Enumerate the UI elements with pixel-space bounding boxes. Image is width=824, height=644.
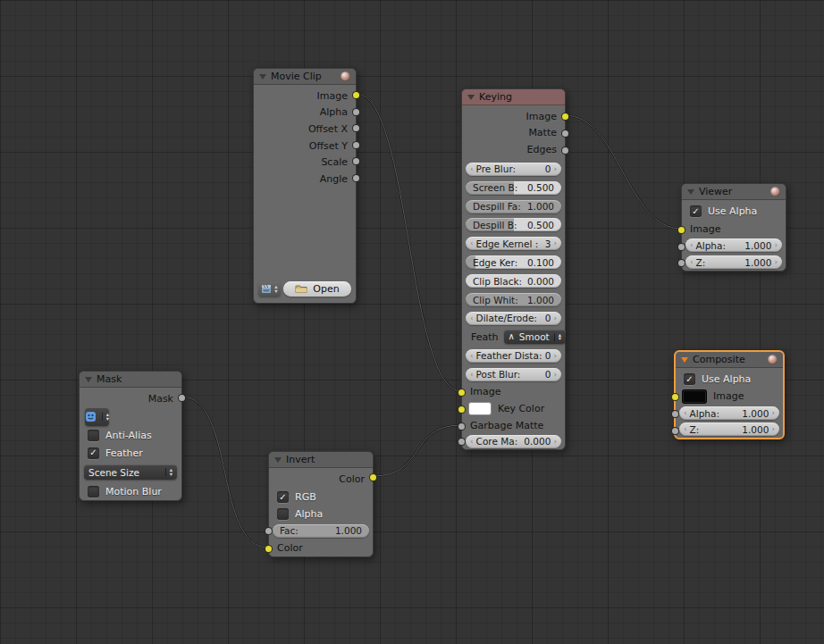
socket-movieclip-scale-output[interactable] bbox=[352, 157, 360, 165]
id-stepper-arrows-icon[interactable]: ▴▾ bbox=[102, 413, 109, 421]
input-label: Color bbox=[277, 542, 303, 554]
rgb-checkbox[interactable] bbox=[277, 491, 289, 503]
dropdown-stepper-arrows-icon[interactable]: ▴▾ bbox=[554, 333, 561, 341]
socket-keying-edges-output[interactable] bbox=[561, 146, 569, 155]
socket-composite-image-input[interactable] bbox=[671, 393, 679, 401]
feather-distance-field[interactable]: ‹Feather Dista:0› bbox=[466, 349, 561, 363]
output-label: Scale bbox=[321, 156, 348, 168]
socket-movieclip-offset-y-output[interactable] bbox=[352, 141, 360, 149]
socket-keying-matte-output[interactable] bbox=[561, 130, 569, 138]
socket-mask-output[interactable] bbox=[178, 394, 186, 402]
node-movie-clip[interactable]: Movie Clip Image Alpha Offset X Offset Y… bbox=[253, 68, 357, 304]
use-alpha-row: Use Alpha bbox=[682, 203, 786, 221]
collapse-arrow-icon[interactable] bbox=[467, 95, 475, 100]
socket-movieclip-image-output[interactable] bbox=[352, 91, 360, 99]
keying-header[interactable]: Keying bbox=[462, 89, 565, 105]
movie-clip-header[interactable]: Movie Clip bbox=[254, 69, 356, 85]
input-label: Image bbox=[470, 386, 500, 397]
invert-header[interactable]: Invert bbox=[269, 452, 373, 468]
node-title: Composite bbox=[693, 354, 745, 365]
node-title: Viewer bbox=[699, 186, 732, 197]
output-row-angle: Angle bbox=[254, 171, 356, 188]
mask-icon bbox=[85, 411, 97, 422]
fac-slider[interactable]: Fac:1.000 bbox=[273, 524, 369, 538]
node-invert[interactable]: Invert Color RGB Alpha Fac:1.000 Color bbox=[268, 451, 374, 557]
feather-falloff-value: Smoot bbox=[519, 331, 550, 342]
socket-movieclip-offset-x-output[interactable] bbox=[352, 124, 360, 132]
collapse-arrow-icon[interactable] bbox=[274, 457, 282, 463]
mask-header[interactable]: Mask bbox=[80, 372, 181, 388]
use-alpha-checkbox[interactable] bbox=[684, 373, 695, 385]
socket-movieclip-angle-output[interactable] bbox=[352, 174, 360, 182]
socket-viewer-z-input[interactable] bbox=[677, 259, 685, 267]
despill-factor-slider[interactable]: Despill Fa:1.000 bbox=[466, 200, 561, 213]
node-keying[interactable]: Keying Image Matte Edges ‹Pre Blur:0› Sc… bbox=[461, 88, 566, 450]
node-title: Movie Clip bbox=[271, 71, 322, 82]
open-button-label: Open bbox=[313, 283, 339, 295]
open-button[interactable]: Open bbox=[283, 281, 351, 297]
collapse-arrow-icon[interactable] bbox=[687, 189, 694, 195]
socket-composite-z-input[interactable] bbox=[671, 427, 679, 435]
socket-keying-core-matte-input[interactable] bbox=[458, 438, 466, 446]
mask-id-selector[interactable]: ▴▾ bbox=[85, 408, 109, 426]
core-matte-field[interactable]: ‹Core Ma:0.000› bbox=[466, 435, 561, 448]
id-stepper-arrows-icon[interactable]: ▴▾ bbox=[273, 285, 277, 293]
socket-viewer-image-input[interactable] bbox=[677, 226, 685, 234]
output-row-mask: Mask bbox=[80, 390, 181, 407]
feather-checkbox[interactable] bbox=[88, 447, 99, 459]
socket-movieclip-alpha-output[interactable] bbox=[352, 108, 360, 116]
alpha-checkbox[interactable] bbox=[277, 508, 289, 520]
viewer-alpha-field[interactable]: ‹Alpha:1.000› bbox=[685, 238, 782, 252]
socket-keying-garbage-matte-input[interactable] bbox=[458, 422, 466, 431]
node-viewer[interactable]: Viewer Use Alpha Image ‹Alpha:1.000› ‹Z:… bbox=[681, 183, 786, 272]
motion-blur-checkbox[interactable] bbox=[88, 486, 99, 498]
socket-keying-image-output[interactable] bbox=[561, 113, 569, 121]
socket-invert-color-input[interactable] bbox=[265, 545, 273, 553]
socket-keying-image-input[interactable] bbox=[458, 389, 466, 397]
socket-invert-color-output[interactable] bbox=[369, 473, 377, 481]
output-label: Edges bbox=[527, 144, 557, 155]
post-blur-field[interactable]: ‹Post Blur:0› bbox=[466, 368, 561, 381]
key-color-swatch[interactable] bbox=[468, 402, 492, 415]
noodle-invert-color-to-keying-garbage-matte-sheen bbox=[373, 425, 461, 476]
composite-z-field[interactable]: ‹Z:1.000› bbox=[679, 422, 779, 436]
socket-keying-key-color-input[interactable] bbox=[458, 406, 466, 414]
viewer-header[interactable]: Viewer bbox=[682, 184, 786, 200]
edge-kernel-tolerance-slider[interactable]: Edge Ker:0.100 bbox=[466, 255, 561, 269]
dropdown-stepper-arrows-icon[interactable]: ▴▾ bbox=[165, 468, 172, 476]
socket-composite-alpha-input[interactable] bbox=[671, 410, 679, 418]
composite-alpha-field[interactable]: ‹Alpha:1.000› bbox=[679, 406, 779, 420]
screen-balance-slider[interactable]: Screen B:0.500 bbox=[466, 181, 561, 195]
anti-alias-checkbox[interactable] bbox=[88, 430, 99, 441]
edge-kernel-radius-field[interactable]: ‹Edge Kernel :3› bbox=[466, 237, 561, 250]
feather-falloff-dropdown[interactable]: ∧ Smoot ▴▾ bbox=[504, 330, 566, 344]
output-label: Image bbox=[526, 111, 557, 122]
rgb-label: RGB bbox=[295, 491, 316, 503]
collapse-arrow-icon[interactable] bbox=[259, 74, 266, 79]
use-alpha-checkbox[interactable] bbox=[690, 205, 702, 217]
clip-black-slider[interactable]: Clip Black:0.000 bbox=[466, 274, 561, 288]
node-composite[interactable]: Composite Use Alpha Image ‹Alpha:1.000› … bbox=[674, 350, 785, 439]
feather-label: Feather bbox=[105, 447, 143, 459]
collapse-arrow-icon[interactable] bbox=[85, 377, 92, 382]
collapse-arrow-icon[interactable] bbox=[681, 357, 688, 363]
node-mask[interactable]: Mask Mask ▴▾ Anti-Alias Feather Scene Si… bbox=[79, 371, 182, 501]
socket-invert-fac-input[interactable] bbox=[265, 527, 273, 535]
output-row-image: Image bbox=[254, 88, 356, 105]
despill-balance-slider[interactable]: Despill B:0.500 bbox=[466, 218, 561, 231]
dilate-erode-field[interactable]: ‹Dilate/Erode:0› bbox=[466, 312, 561, 325]
input-label: Garbage Matte bbox=[470, 420, 543, 431]
movieclip-id-selector[interactable]: ▴▾ bbox=[258, 281, 281, 297]
noodle-mask-to-invert-color-sheen bbox=[181, 397, 268, 548]
output-row-scale: Scale bbox=[254, 154, 356, 171]
size-source-dropdown[interactable]: Scene Size ▴▾ bbox=[84, 464, 177, 480]
pre-blur-field[interactable]: ‹Pre Blur:0› bbox=[466, 163, 561, 176]
socket-viewer-alpha-input[interactable] bbox=[677, 243, 685, 251]
alpha-label: Alpha bbox=[295, 508, 323, 520]
clip-white-slider[interactable]: Clip Whit:1.000 bbox=[466, 293, 561, 306]
folder-icon bbox=[295, 284, 307, 294]
input-row-garbage-matte: Garbage Matte bbox=[462, 417, 565, 434]
image-color-swatch[interactable] bbox=[682, 389, 707, 404]
composite-header[interactable]: Composite bbox=[676, 352, 783, 368]
viewer-z-field[interactable]: ‹Z:1.000› bbox=[685, 255, 782, 269]
